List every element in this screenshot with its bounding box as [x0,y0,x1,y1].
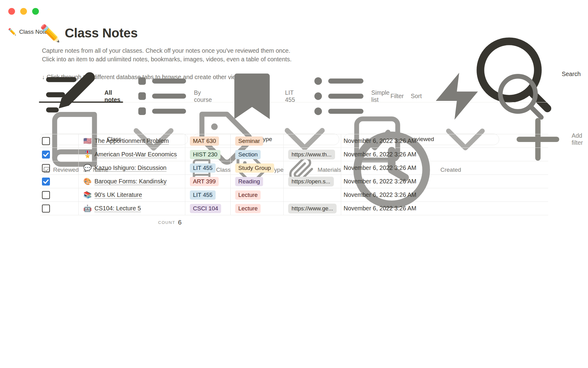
type-tag[interactable]: Reading [235,177,263,186]
type-cell: Seminar [231,134,284,148]
reviewed-cell [40,161,79,174]
row-emoji-icon: 🎨 [83,178,92,186]
created-timestamp: November 6, 2022 3:26 AM [344,164,416,171]
description-line: Capture notes from all of your classes. … [42,46,292,55]
class-cell: CSCI 104 [185,202,231,215]
table-row: 📚90's UK LiteratureLIT 455LectureNovembe… [40,188,548,202]
class-tag[interactable]: ART 399 [190,177,219,186]
created-cell: November 6, 2022 3:26 AM [341,188,548,201]
name-cell: 🤖CS104: Lecture 5 [79,202,185,215]
row-emoji-icon: 💬 [83,164,92,172]
row-emoji-icon: 🎖️ [83,151,92,159]
reviewed-checkbox-checked[interactable] [42,151,50,159]
table-body: 🇺🇸The Apportionment ProblemMAT 630Semina… [40,134,548,215]
minimize-window-button[interactable] [20,8,27,15]
table-footer[interactable]: COUNT 6 [40,215,185,229]
filter-button[interactable]: Filter [390,93,404,100]
tab-label: LIT 455 [285,89,298,103]
name-cell: 🎖️American Post-War Economics [79,148,185,161]
name-cell: 💬Kazuo Ishiguro: Discussion [79,161,185,174]
note-page-link[interactable]: Baroque Forms: Kandinsky [94,178,166,185]
created-cell: November 6, 2022 3:26 AM [341,134,548,148]
breadcrumb-pencil-icon: ✏️ [8,28,16,36]
class-tag[interactable]: HIST 230 [190,150,221,159]
reviewed-checkbox-unchecked[interactable] [42,191,50,199]
class-tag[interactable]: CSCI 104 [190,204,221,213]
type-cell: Lecture [231,202,284,215]
table-row: 🇺🇸The Apportionment ProblemMAT 630Semina… [40,134,548,148]
view-tabs: All notesBy courseLIT 455Simple list [40,90,390,102]
materials-cell [284,188,341,201]
created-timestamp: November 6, 2022 3:26 AM [344,151,416,158]
tab-label: All notes [104,89,121,103]
tab-by-course[interactable]: By course [130,90,213,102]
page-description[interactable]: Capture notes from all of your classes. … [42,46,292,63]
database-view-tabbar: All notesBy courseLIT 455Simple list Fil… [40,90,548,102]
type-tag[interactable]: Lecture [235,204,261,213]
search-label: Search [562,71,581,78]
reviewed-cell [40,175,79,188]
created-timestamp: November 6, 2022 3:26 AM [344,137,416,144]
materials-cell [284,161,341,174]
reviewed-cell [40,134,79,148]
class-tag[interactable]: LIT 455 [190,163,216,173]
name-cell: 🎨Baroque Forms: Kandinsky [79,175,185,188]
reviewed-checkbox-checked[interactable] [42,178,50,186]
table-row: 💬Kazuo Ishiguro: DiscussionLIT 455Study … [40,161,548,175]
count-value: 6 [178,219,182,226]
tab-all-notes[interactable]: All notes [40,90,122,102]
reviewed-cell [40,148,79,161]
created-cell: November 6, 2022 3:26 AM [341,148,548,161]
table-row: 🎨Baroque Forms: KandinskyART 399Readingh… [40,175,548,188]
page-pencil-icon[interactable]: ✏️ [40,23,60,43]
active-tab-underline [39,102,123,103]
type-cell: Lecture [231,188,284,201]
class-tag[interactable]: MAT 630 [190,136,219,146]
type-tag[interactable]: Section [235,150,261,159]
note-page-link[interactable]: The Apportionment Problem [94,137,169,144]
type-tag[interactable]: Seminar [235,136,263,146]
table-header-row: ReviewedAaNameClassTypeMaterialsCreated [40,124,548,134]
type-tag[interactable]: Lecture [235,190,261,200]
close-window-button[interactable] [8,8,15,15]
reviewed-checkbox-unchecked[interactable] [42,164,50,172]
table-row: 🤖CS104: Lecture 5CSCI 104Lecturehttps://… [40,202,548,215]
materials-cell: https://www.th... [284,148,341,161]
type-tag[interactable]: Study Group [235,163,274,173]
reviewed-checkbox-unchecked[interactable] [42,137,50,145]
created-timestamp: November 6, 2022 3:26 AM [344,205,416,212]
tab-lit-455[interactable]: LIT 455 [221,90,299,102]
materials-link[interactable]: https://www.th... [288,150,335,159]
row-emoji-icon: 🤖 [83,205,92,213]
type-cell: Reading [231,175,284,188]
created-cell: November 6, 2022 3:26 AM [341,202,548,215]
reviewed-checkbox-unchecked[interactable] [42,205,50,213]
name-cell: 🇺🇸The Apportionment Problem [79,134,185,148]
created-cell: November 6, 2022 3:26 AM [341,175,548,188]
class-notes-table: ReviewedAaNameClassTypeMaterialsCreated … [40,124,548,229]
tab-simple-list[interactable]: Simple list [307,90,390,102]
class-cell: HIST 230 [185,148,231,161]
note-page-link[interactable]: American Post-War Economics [94,151,177,158]
page-title[interactable]: Class Notes [65,23,138,43]
zoom-window-button[interactable] [32,8,39,15]
class-notes-page: { "window": { "controls": ["close", "min… [0,0,588,368]
note-page-link[interactable]: 90's UK Literature [94,191,142,198]
materials-link[interactable]: https://open.s... [288,177,334,186]
tab-label: By course [194,89,212,103]
reviewed-cell [40,202,79,215]
created-timestamp: November 6, 2022 3:26 AM [344,178,416,185]
count-label: COUNT [158,220,175,225]
class-cell: MAT 630 [185,134,231,148]
created-timestamp: November 6, 2022 3:26 AM [344,191,416,198]
table-row: 🎖️American Post-War EconomicsHIST 230Sec… [40,148,548,161]
note-page-link[interactable]: Kazuo Ishiguro: Discussion [94,164,166,171]
page-title-row: ✏️ Class Notes [40,23,138,43]
row-emoji-icon: 📚 [83,191,92,199]
materials-link[interactable]: https://www.ge... [288,204,337,213]
sort-button[interactable]: Sort [411,93,422,100]
type-cell: Study Group [231,161,284,174]
class-tag[interactable]: LIT 455 [190,190,216,200]
note-page-link[interactable]: CS104: Lecture 5 [94,205,141,212]
add-filter-label: Add filter [571,132,588,146]
